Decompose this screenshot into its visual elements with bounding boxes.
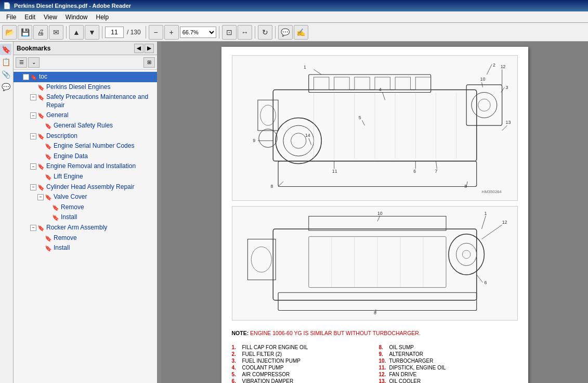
fit-width-button[interactable]: ↔ xyxy=(238,25,252,40)
bookmark-valve-install[interactable]: 🔖 Install xyxy=(14,212,157,223)
toc-icon: 🔖 xyxy=(30,73,37,81)
safety-label: Safety Precautions Maintenance and Repai… xyxy=(46,93,156,109)
part-name-4: COOLANT PUMP xyxy=(242,365,284,371)
part-name-8: OIL SUMP xyxy=(389,344,414,350)
left-panel-tabs: 🔖 📋 📎 💬 xyxy=(0,42,14,383)
list-item: 2. FUEL FILTER (2) xyxy=(232,351,371,357)
part-name-1: FILL CAP FOR ENGINE OIL xyxy=(242,344,308,350)
part-num-6: 6. xyxy=(232,378,240,383)
tab-comments-icon[interactable]: 💬 xyxy=(0,81,11,93)
svg-text:12: 12 xyxy=(502,220,507,225)
bookmarks-nav-forward[interactable]: ▶ xyxy=(145,44,154,53)
list-item: 8. OIL SUMP xyxy=(379,344,518,350)
bookmark-general[interactable]: − 🔖 General xyxy=(14,110,157,121)
page-input[interactable] xyxy=(105,27,124,38)
gen-safety-label: General Safety Rules xyxy=(54,122,156,130)
valve-expand[interactable]: − xyxy=(37,194,44,200)
part-name-6: VIBRATION DAMPER xyxy=(242,378,294,383)
removal-expand[interactable]: − xyxy=(30,163,36,170)
parts-list: 1. FILL CAP FOR ENGINE OIL 8. OIL SUMP 2… xyxy=(232,344,518,383)
tab-pages-icon[interactable]: 📋 xyxy=(0,56,11,68)
back-button[interactable]: ▲ xyxy=(69,25,84,40)
bookmark-engine-data[interactable]: 🔖 Engine Data xyxy=(14,151,157,162)
note-section: NOTE: ENGINE 1006-60 YG IS SIMILAR BUT W… xyxy=(232,330,518,336)
rotate-button[interactable]: ↻ xyxy=(258,25,272,40)
part-name-13: OIL COOLER xyxy=(389,378,421,383)
safety-expand[interactable]: − xyxy=(30,94,36,100)
svg-text:1: 1 xyxy=(304,65,306,70)
cyl-expand[interactable]: − xyxy=(30,184,36,190)
fit-page-button[interactable]: ⊡ xyxy=(222,25,237,40)
toc-expand[interactable]: − xyxy=(23,74,29,80)
bookmark-cylinder-head[interactable]: − 🔖 Cylinder Head Assembly Repair xyxy=(14,182,157,193)
bookmark-rocker-install[interactable]: 🔖 Install xyxy=(14,243,157,253)
list-item: 11. DIPSTICK, ENGINE OIL xyxy=(379,365,518,371)
menu-help[interactable]: Help xyxy=(92,12,113,22)
pdf-page: 1 2 3 4 xyxy=(221,47,528,383)
svg-text:1: 1 xyxy=(484,211,487,216)
separator-5 xyxy=(255,26,255,39)
general-expand[interactable]: − xyxy=(30,112,36,119)
cyl-label: Cylinder Head Assembly Repair xyxy=(46,183,156,191)
toolbar: 📂 💾 🖨 ✉ ▲ ▼ / 130 − + 66.7% 50% 75% 100%… xyxy=(0,23,588,42)
page-total: / 130 xyxy=(127,29,141,36)
print-button[interactable]: 🖨 xyxy=(33,25,48,40)
app-icon: 📄 xyxy=(3,2,11,9)
tab-bookmarks-icon[interactable]: 🔖 xyxy=(0,44,11,55)
separator-4 xyxy=(219,26,219,39)
bookmark-description[interactable]: − 🔖 Description xyxy=(14,131,157,142)
bookmark-general-safety[interactable]: 🔖 General Safety Rules xyxy=(14,121,157,131)
bookmark-engine-removal[interactable]: − 🔖 Engine Removal and Installation xyxy=(14,161,157,172)
bookmark-valve-remove[interactable]: 🔖 Remove xyxy=(14,202,157,213)
svg-text:8: 8 xyxy=(464,184,467,189)
list-item: 6. VIBRATION DAMPER xyxy=(232,378,371,383)
desc-expand[interactable]: − xyxy=(30,133,36,139)
bookmark-safety[interactable]: − 🔖 Safety Precautions Maintenance and R… xyxy=(14,92,157,110)
bookmark-perkins[interactable]: 🔖 Perkins Diesel Engines xyxy=(14,82,157,93)
forward-button[interactable]: ▼ xyxy=(85,25,99,40)
part-num-1: 1. xyxy=(232,344,240,350)
bookmark-rocker-arm[interactable]: − 🔖 Rocker Arm Assembly xyxy=(14,223,157,233)
rocker-expand[interactable]: − xyxy=(30,225,36,231)
svg-text:4: 4 xyxy=(378,87,381,92)
removal-label: Engine Removal and Installation xyxy=(46,162,156,171)
save-button[interactable]: 💾 xyxy=(18,25,32,40)
bookmarks-nav-back[interactable]: ◀ xyxy=(134,44,143,53)
email-button[interactable]: ✉ xyxy=(49,25,63,40)
pdf-content-area: 1 2 3 4 xyxy=(161,42,588,383)
menu-window[interactable]: Window xyxy=(61,12,92,22)
svg-text:HM350264: HM350264 xyxy=(481,189,502,194)
zoom-in-button[interactable]: + xyxy=(164,25,179,40)
bookmarks-options-btn[interactable]: ☰ xyxy=(16,57,27,68)
separator-3 xyxy=(146,26,146,39)
vi-icon: 🔖 xyxy=(52,214,59,221)
bookmarks-expand-btn[interactable]: ⊞ xyxy=(143,57,155,68)
list-item: 12. FAN DRIVE xyxy=(379,372,518,377)
bookmarks-header-left: Bookmarks xyxy=(17,45,50,52)
svg-text:6: 6 xyxy=(413,169,416,174)
zoom-select[interactable]: 66.7% 50% 75% 100% 125% 150% xyxy=(180,27,216,38)
menu-file[interactable]: File xyxy=(2,12,20,22)
open-button[interactable]: 📂 xyxy=(2,25,17,40)
bookmark-valve-cover[interactable]: − 🔖 Valve Cover xyxy=(14,192,157,202)
bookmark-rocker-remove[interactable]: 🔖 Remove xyxy=(14,233,157,244)
bookmark-toc[interactable]: − 🔖 toc xyxy=(14,72,157,82)
list-item: 9. ALTERNATOR xyxy=(379,351,518,357)
part-name-9: ALTERNATOR xyxy=(389,351,424,357)
tab-attachments-icon[interactable]: 📎 xyxy=(0,69,11,80)
bookmark-engine-serial[interactable]: 🔖 Engine Serial Number Codes xyxy=(14,141,157,151)
desc-label: Description xyxy=(46,132,156,141)
cyl-icon: 🔖 xyxy=(37,184,45,191)
part-num-8: 8. xyxy=(379,344,387,350)
comment-button[interactable]: 💬 xyxy=(278,25,293,40)
separator-1 xyxy=(66,26,67,39)
bookmark-tree: − 🔖 toc 🔖 Perkins Diesel Engines − 🔖 Saf… xyxy=(14,70,157,383)
menu-edit[interactable]: Edit xyxy=(20,12,40,22)
engine-diagram-bottom: 10 1 12 6 8 xyxy=(232,206,518,321)
bookmarks-sort-btn[interactable]: ⌄ xyxy=(28,57,40,68)
menu-view[interactable]: View xyxy=(40,12,61,22)
zoom-out-button[interactable]: − xyxy=(149,25,163,40)
bookmark-lift-engine[interactable]: 🔖 Lift Engine xyxy=(14,172,157,182)
sign-button[interactable]: ✍ xyxy=(294,25,308,40)
engine-svg-top: 1 2 3 4 xyxy=(232,56,517,200)
